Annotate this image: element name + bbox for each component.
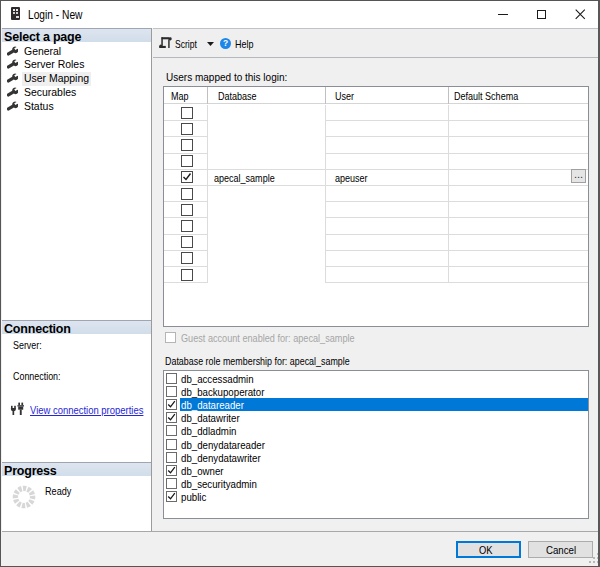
svg-text:?: ? (222, 38, 227, 48)
